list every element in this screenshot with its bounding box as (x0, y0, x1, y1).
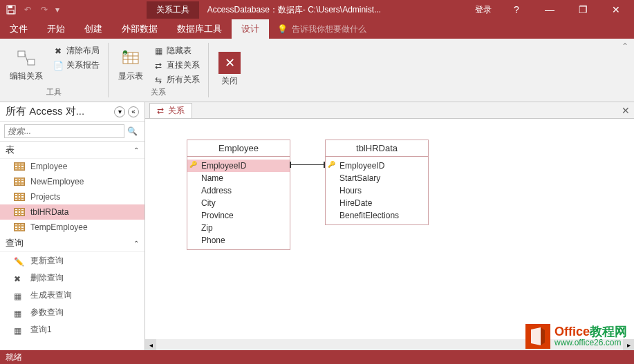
update-query-icon: ✏️ (14, 257, 25, 265)
nav-query-delete[interactable]: ✖删除查询 (0, 269, 144, 287)
nav-dropdown-icon[interactable]: ▾ (114, 106, 125, 117)
svg-rect-1 (8, 6, 12, 8)
tab-external-data[interactable]: 外部数据 (112, 19, 167, 39)
nav-table-tblhrdata[interactable]: tblHRData (0, 204, 144, 220)
field-employee-address[interactable]: Address (187, 184, 290, 197)
entity-tblhrdata[interactable]: tblHRData EmployeeID StartSalary Hours H… (325, 140, 429, 225)
nav-search-input[interactable] (4, 124, 124, 138)
field-employee-phone[interactable]: Phone (187, 234, 290, 247)
svg-text:+: + (124, 51, 127, 55)
nav-query-maketable[interactable]: ▦生成表查询 (0, 287, 144, 304)
entity-hrdata-title: tblHRData (326, 140, 428, 157)
nav-query-update[interactable]: ✏️更新查询 (0, 252, 144, 269)
direct-rel-icon: ⇄ (153, 60, 164, 71)
relationship-end-right (324, 162, 325, 168)
collapse-section-icon[interactable]: ⌃ (133, 146, 139, 154)
nav-section-tables[interactable]: 表⌃ (0, 142, 144, 159)
nav-section-queries[interactable]: 查询⌃ (0, 235, 144, 252)
doc-tab-label: 关系 (168, 105, 185, 117)
close-design-button[interactable]: ✕ 关闭 (214, 41, 245, 97)
nav-table-employee[interactable]: Employee (0, 159, 144, 174)
hide-table-icon: ▦ (153, 46, 164, 57)
relationship-line[interactable] (290, 164, 325, 165)
svg-rect-3 (18, 51, 25, 57)
login-link[interactable]: 登录 (468, 4, 498, 16)
contextual-tab-label: 关系工具 (147, 1, 199, 19)
tell-me-placeholder: 告诉我你想要做什么 (292, 23, 366, 35)
show-table-label: 显示表 (118, 70, 143, 82)
all-rel-icon: ⇆ (153, 75, 164, 86)
nav-pane-title[interactable]: 所有 Access 对... (6, 105, 111, 118)
doc-tab-relationships[interactable]: ⇄ 关系 (149, 103, 192, 118)
clear-layout-button[interactable]: ✖清除布局 (50, 44, 102, 57)
clear-icon: ✖ (53, 46, 64, 57)
table-icon (14, 193, 25, 201)
close-tab-icon[interactable]: ✕ (622, 105, 630, 116)
nav-table-newemployee[interactable]: NewEmployee (0, 174, 144, 189)
field-employee-city[interactable]: City (187, 197, 290, 209)
tab-create[interactable]: 创建 (75, 19, 112, 39)
save-icon[interactable] (6, 4, 17, 15)
field-hrdata-employeeid[interactable]: EmployeeID (326, 160, 428, 172)
field-employee-province[interactable]: Province (187, 209, 290, 222)
office-logo-icon (525, 324, 550, 349)
svg-rect-4 (28, 59, 35, 65)
field-employee-id[interactable]: EmployeeID (187, 160, 290, 172)
field-hrdata-startsalary[interactable]: StartSalary (326, 172, 428, 184)
table-icon (14, 208, 25, 216)
relationship-end-left (290, 162, 291, 168)
svg-line-5 (25, 54, 28, 62)
window-title: AccessDatabase：数据库- C:\Users\Administ... (207, 4, 381, 16)
nav-table-tempemployee[interactable]: TempEmployee (0, 220, 144, 235)
entity-employee[interactable]: Employee EmployeeID Name Address City Pr… (187, 140, 290, 250)
group-tools-label: 工具 (46, 87, 62, 99)
nav-query-parameter[interactable]: ▦参数查询 (0, 304, 144, 321)
tab-database-tools[interactable]: 数据库工具 (167, 19, 232, 39)
show-table-button[interactable]: + 显示表 (114, 41, 147, 87)
search-icon[interactable]: 🔍 (124, 126, 140, 136)
nav-table-projects[interactable]: Projects (0, 189, 144, 204)
edit-relationships-label: 编辑关系 (10, 70, 43, 82)
close-button[interactable]: ✕ (601, 0, 631, 19)
relationship-report-button[interactable]: 📄关系报告 (50, 59, 102, 72)
field-hrdata-benefits[interactable]: BenefitElections (326, 209, 428, 222)
edit-relationships-button[interactable]: 编辑关系 (6, 41, 47, 87)
field-hrdata-hours[interactable]: Hours (326, 184, 428, 197)
select-query-icon: ▦ (14, 326, 25, 334)
qat-dropdown-icon[interactable]: ▾ (55, 5, 59, 15)
report-icon: 📄 (53, 60, 64, 71)
table-icon (14, 223, 25, 231)
help-button[interactable]: ? (501, 0, 532, 19)
svg-rect-2 (8, 10, 14, 14)
direct-relationships-button[interactable]: ⇄直接关系 (150, 59, 203, 72)
collapse-ribbon-icon[interactable]: ⌃ (616, 39, 634, 102)
group-relationships-label: 关系 (151, 87, 166, 99)
nav-collapse-icon[interactable]: « (128, 106, 139, 117)
undo-icon[interactable]: ↶ (22, 4, 33, 15)
entity-employee-title: Employee (187, 140, 290, 157)
hide-table-button[interactable]: ▦隐藏表 (150, 44, 203, 57)
nav-query-query1[interactable]: ▦查询1 (0, 321, 144, 338)
navigation-pane: 所有 Access 对... ▾ « 🔍 表⌃ Employee NewEmpl… (0, 102, 145, 350)
field-employee-zip[interactable]: Zip (187, 222, 290, 234)
collapse-section-icon[interactable]: ⌃ (133, 240, 139, 247)
redo-icon[interactable]: ↷ (39, 4, 50, 15)
relationships-canvas[interactable]: Employee EmployeeID Name Address City Pr… (145, 119, 634, 350)
tab-home[interactable]: 开始 (37, 19, 75, 39)
field-employee-name[interactable]: Name (187, 172, 290, 184)
restore-button[interactable]: ❐ (568, 0, 598, 19)
tab-file[interactable]: 文件 (0, 19, 37, 39)
close-design-label: 关闭 (221, 75, 238, 87)
table-icon (14, 178, 25, 186)
tell-me-search[interactable]: 💡 告诉我你想要做什么 (269, 23, 366, 35)
lightbulb-icon: 💡 (277, 24, 288, 34)
relationships-tab-icon: ⇄ (157, 106, 164, 115)
close-icon: ✕ (218, 52, 241, 74)
all-relationships-button[interactable]: ⇆所有关系 (150, 73, 203, 86)
tab-design[interactable]: 设计 (232, 19, 269, 39)
minimize-button[interactable]: — (534, 0, 565, 19)
field-hrdata-hiredate[interactable]: HireDate (326, 197, 428, 209)
table-icon (14, 162, 25, 171)
scroll-left-button[interactable]: ◂ (145, 339, 156, 350)
status-text: 就绪 (6, 352, 22, 363)
